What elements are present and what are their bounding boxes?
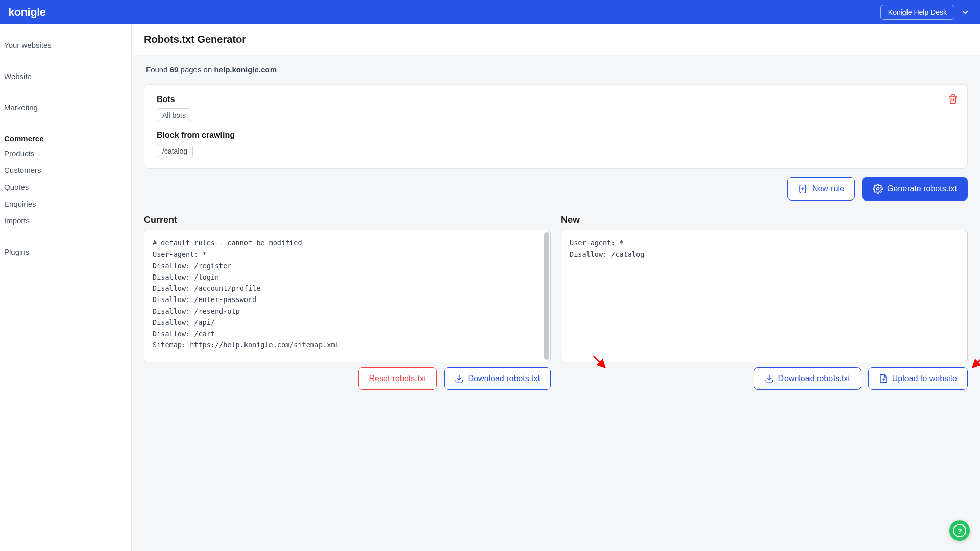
new-panel: New User-agent: * Disallow: /catalog	[561, 215, 968, 390]
action-row: New rule Generate robots.txt	[144, 177, 968, 201]
topbar-right: Konigle Help Desk	[880, 5, 972, 20]
bots-chip[interactable]: All bots	[157, 108, 191, 122]
gear-icon	[873, 184, 883, 194]
reset-label: Reset robots.txt	[369, 374, 426, 383]
braces-plus-icon	[798, 184, 808, 194]
help-icon: ?	[953, 524, 966, 537]
sidebar-item-plugins[interactable]: Plugins	[0, 243, 131, 260]
found-prefix: Found	[146, 65, 170, 74]
trash-icon[interactable]	[948, 94, 958, 104]
download-icon	[455, 374, 464, 383]
current-title: Current	[144, 215, 551, 226]
sidebar-item-marketing[interactable]: Marketing	[0, 99, 131, 116]
reset-button[interactable]: Reset robots.txt	[358, 367, 437, 390]
download-current-label: Download robots.txt	[468, 374, 540, 383]
block-label: Block from crawling	[157, 131, 955, 140]
arrow-annotation-right	[969, 353, 980, 371]
sidebar-item-enquiries[interactable]: Enquiries	[0, 195, 131, 212]
current-panel: Current # default rules - cannot be modi…	[144, 215, 551, 390]
sidebar-item-products[interactable]: Products	[0, 145, 131, 162]
download-icon	[765, 374, 774, 383]
bots-label: Bots	[157, 95, 955, 104]
svg-line-5	[973, 356, 980, 367]
rule-card: Bots All bots Block from crawling /catal…	[144, 84, 968, 169]
chevron-down-icon[interactable]	[959, 6, 972, 19]
new-rule-button[interactable]: New rule	[787, 177, 855, 201]
code-panels: Current # default rules - cannot be modi…	[144, 215, 968, 390]
sidebar-item-customers[interactable]: Customers	[0, 162, 131, 179]
main-content: Robots.txt Generator Found 69 pages on h…	[132, 24, 980, 551]
upload-label: Upload to website	[892, 374, 957, 383]
sidebar-item-imports[interactable]: Imports	[0, 212, 131, 229]
upload-button[interactable]: Upload to website	[868, 367, 968, 390]
found-count: 69	[170, 65, 179, 74]
upload-icon	[879, 374, 888, 383]
top-bar: konigle Konigle Help Desk	[0, 0, 980, 24]
found-domain: help.konigle.com	[214, 65, 277, 74]
found-pages-text: Found 69 pages on help.konigle.com	[146, 65, 968, 74]
new-code[interactable]: User-agent: * Disallow: /catalog	[561, 230, 968, 362]
found-mid: pages on	[178, 65, 214, 74]
logo[interactable]: konigle	[8, 6, 46, 19]
download-new-label: Download robots.txt	[778, 374, 850, 383]
current-code[interactable]: # default rules - cannot be modified Use…	[144, 230, 551, 362]
sidebar-header-commerce: Commerce	[0, 130, 131, 145]
sidebar-item-your-websites[interactable]: Your websites	[0, 37, 131, 54]
generate-button[interactable]: Generate robots.txt	[862, 177, 968, 201]
sidebar-item-website[interactable]: Website	[0, 68, 131, 85]
svg-point-2	[877, 188, 879, 190]
sidebar-item-quotes[interactable]: Quotes	[0, 179, 131, 195]
block-chip[interactable]: /catalog	[157, 144, 193, 158]
download-new-button[interactable]: Download robots.txt	[754, 367, 861, 390]
new-rule-label: New rule	[812, 184, 844, 193]
helpdesk-button[interactable]: Konigle Help Desk	[880, 5, 954, 20]
new-title: New	[561, 215, 968, 226]
generate-label: Generate robots.txt	[887, 184, 957, 193]
page-header: Robots.txt Generator	[132, 24, 980, 55]
help-fab[interactable]: ?	[949, 520, 970, 541]
download-current-button[interactable]: Download robots.txt	[444, 367, 551, 390]
page-title: Robots.txt Generator	[144, 34, 968, 45]
sidebar: Your websites Website Marketing Commerce…	[0, 24, 132, 551]
